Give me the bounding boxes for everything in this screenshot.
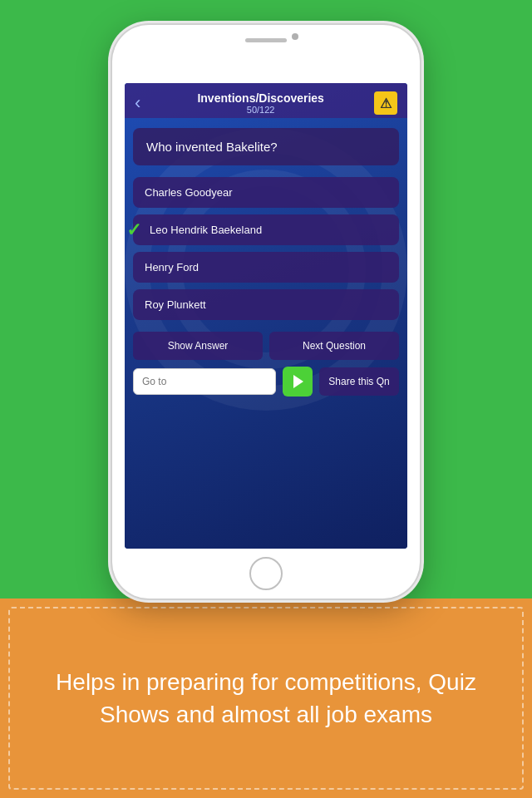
phone-speaker: [245, 38, 287, 42]
app-header: ‹ Inventions/Discoveries 50/122 ⚠: [125, 83, 407, 118]
background-orange: Helps in preparing for competitions, Qui…: [0, 598, 532, 798]
answer-text-4: Roy Plunkett: [145, 298, 206, 311]
checkmark-icon: ✓: [126, 219, 141, 241]
answer-option-3[interactable]: Henry Ford: [133, 252, 399, 283]
go-to-input[interactable]: [133, 368, 276, 395]
orange-section-text: Helps in preparing for competitions, Qui…: [0, 598, 532, 798]
button-row-1: Show Answer Next Question: [133, 332, 399, 360]
progress-indicator: 50/122: [147, 105, 374, 115]
phone-screen: ‹ Inventions/Discoveries 50/122 ⚠ Who in…: [125, 83, 407, 549]
play-triangle-icon: [293, 375, 303, 388]
phone-camera: [292, 33, 298, 40]
answer-text-3: Henry Ford: [145, 261, 199, 273]
phone-home-button[interactable]: [249, 557, 283, 590]
warning-icon[interactable]: ⚠: [374, 91, 397, 115]
question-text: Who invented Bakelite?: [146, 140, 386, 154]
screen-content: Who invented Bakelite? Charles Goodyear …: [125, 118, 407, 405]
button-row-2: Share this Qn: [133, 367, 399, 397]
show-answer-button[interactable]: Show Answer: [133, 332, 263, 360]
next-question-button[interactable]: Next Question: [269, 332, 399, 360]
share-button[interactable]: Share this Qn: [319, 367, 399, 396]
answer-text-1: Charles Goodyear: [145, 186, 233, 199]
answer-option-4[interactable]: Roy Plunkett: [133, 289, 399, 320]
question-box: Who invented Bakelite?: [133, 128, 399, 165]
play-button[interactable]: [283, 367, 313, 397]
category-title: Inventions/Discoveries: [147, 91, 374, 105]
answer-text-2: Leo Hendrik Baekeland: [150, 224, 262, 236]
phone-inner: ‹ Inventions/Discoveries 50/122 ⚠ Who in…: [112, 25, 420, 598]
phone-frame: ‹ Inventions/Discoveries 50/122 ⚠ Who in…: [112, 25, 420, 598]
back-button[interactable]: ‹: [135, 92, 140, 114]
answer-option-2[interactable]: ✓ Leo Hendrik Baekeland: [133, 214, 399, 245]
answer-option-1[interactable]: Charles Goodyear: [133, 177, 399, 208]
header-center: Inventions/Discoveries 50/122: [147, 91, 374, 115]
